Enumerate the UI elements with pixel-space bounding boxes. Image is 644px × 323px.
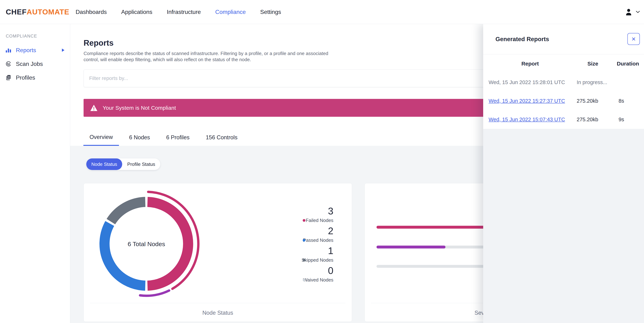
table-row: Wed, 15 Jun 2022 15:07:43 UTC 275.20kb 9… bbox=[483, 110, 644, 129]
skipped-label: Skipped Nodes bbox=[302, 257, 333, 263]
table-header-row: Report Size Duration bbox=[483, 54, 644, 73]
panel-title: Generated Reports bbox=[496, 24, 549, 54]
failed-dot-icon bbox=[303, 219, 306, 222]
donut-outer-arc-major bbox=[140, 290, 169, 296]
nav-item-infrastructure[interactable]: Infrastructure bbox=[167, 9, 201, 15]
report-tabs: Overview 6 Nodes 6 Profiles 156 Controls bbox=[84, 129, 244, 146]
report-download-link[interactable]: Wed, 15 Jun 2022 15:07:43 UTC bbox=[488, 116, 572, 122]
scan-target-icon bbox=[6, 61, 12, 67]
tab-controls[interactable]: 156 Controls bbox=[200, 129, 244, 146]
user-menu[interactable] bbox=[624, 0, 640, 24]
skipped-dot-icon bbox=[303, 259, 306, 262]
sidebar-item-label: Profiles bbox=[16, 74, 35, 81]
card-divider bbox=[90, 303, 346, 303]
sidebar-item-label: Reports bbox=[16, 47, 36, 54]
report-size: 275.20kb bbox=[572, 116, 614, 122]
failed-label: Failed Nodes bbox=[306, 218, 333, 223]
logo-automate: AUTOMATE bbox=[27, 8, 70, 16]
severity-bar-major-fill bbox=[376, 246, 446, 248]
report-duration: 9s bbox=[614, 116, 642, 122]
page-title: Reports bbox=[84, 38, 114, 48]
close-icon[interactable]: ✕ bbox=[628, 33, 640, 45]
nav-item-compliance[interactable]: Compliance bbox=[215, 9, 246, 15]
sidebar-section-label: COMPLIANCE bbox=[6, 34, 70, 38]
generated-reports-panel: Generated Reports ✕ Report Size Duration… bbox=[483, 24, 644, 323]
node-status-card: 6 Total Nodes 3 Failed Nodes 2 Passed No… bbox=[84, 183, 352, 322]
nav-item-applications[interactable]: Applications bbox=[121, 9, 152, 15]
column-size: Size bbox=[572, 61, 614, 67]
nav-item-settings[interactable]: Settings bbox=[260, 9, 281, 15]
nav-item-dashboards[interactable]: Dashboards bbox=[76, 9, 107, 15]
report-size: 275.20kb bbox=[572, 98, 614, 104]
status-toggle: Node Status Profile Status bbox=[86, 158, 160, 170]
generated-reports-table: Report Size Duration Wed, 15 Jun 2022 15… bbox=[483, 54, 644, 129]
donut-passed-segment bbox=[104, 224, 145, 286]
toggle-node-status[interactable]: Node Status bbox=[86, 158, 122, 170]
panel-header: Generated Reports ✕ bbox=[483, 24, 644, 54]
page-description: Compliance reports describe the status o… bbox=[84, 50, 342, 62]
person-icon bbox=[624, 8, 633, 16]
chevron-down-icon bbox=[636, 10, 640, 13]
passed-count: 2 bbox=[272, 226, 333, 236]
sidebar-item-profiles[interactable]: Profiles bbox=[0, 71, 70, 84]
report-duration: 8s bbox=[614, 98, 642, 104]
failed-count: 3 bbox=[272, 206, 333, 216]
profiles-stack-icon bbox=[6, 74, 12, 81]
donut-skipped-segment bbox=[111, 202, 145, 222]
legend-passed-nodes[interactable]: 2 Passed Nodes bbox=[272, 226, 333, 243]
sidebar-item-reports[interactable]: Reports bbox=[0, 43, 70, 57]
sidebar-item-scan-jobs[interactable]: Scan Jobs bbox=[0, 57, 70, 71]
report-download-link[interactable]: Wed, 15 Jun 2022 15:27:37 UTC bbox=[488, 98, 572, 104]
waived-dot-icon bbox=[303, 278, 306, 281]
toggle-profile-status[interactable]: Profile Status bbox=[122, 158, 160, 170]
bar-chart-icon bbox=[6, 47, 12, 53]
donut-center-label: 6 Total Nodes bbox=[119, 240, 174, 248]
report-size: In progress... bbox=[572, 80, 614, 85]
compliance-sidebar: COMPLIANCE Reports Scan Jobs Profiles bbox=[0, 24, 70, 323]
passed-dot-icon bbox=[303, 239, 306, 242]
tab-overview[interactable]: Overview bbox=[84, 129, 119, 146]
logo-chef: CHEF bbox=[6, 8, 27, 16]
chef-automate-app: CHEFAUTOMATE Dashboards Applications Inf… bbox=[0, 0, 644, 323]
tab-profiles[interactable]: 6 Profiles bbox=[160, 129, 196, 146]
skipped-count: 1 bbox=[272, 246, 333, 256]
alert-message: Your System is Not Compliant bbox=[103, 105, 176, 111]
primary-nav: Dashboards Applications Infrastructure C… bbox=[76, 0, 281, 24]
report-timestamp: Wed, 15 Jun 2022 15:28:01 UTC bbox=[488, 80, 572, 85]
passed-label: Passed Nodes bbox=[303, 238, 333, 243]
chef-automate-logo[interactable]: CHEFAUTOMATE bbox=[6, 0, 69, 24]
waived-label: Waived Nodes bbox=[303, 277, 333, 282]
table-row: Wed, 15 Jun 2022 15:28:01 UTC In progres… bbox=[483, 73, 644, 92]
tab-nodes[interactable]: 6 Nodes bbox=[123, 129, 156, 146]
column-duration: Duration bbox=[614, 61, 642, 67]
legend-skipped-nodes[interactable]: 1 Skipped Nodes bbox=[272, 246, 333, 263]
legend-waived-nodes[interactable]: 0 Waived Nodes bbox=[272, 266, 333, 282]
column-report: Report bbox=[488, 61, 572, 67]
warning-triangle-icon bbox=[90, 104, 98, 111]
arrow-right-icon bbox=[61, 48, 65, 52]
top-nav: CHEFAUTOMATE Dashboards Applications Inf… bbox=[0, 0, 644, 24]
table-row: Wed, 15 Jun 2022 15:27:37 UTC 275.20kb 8… bbox=[483, 92, 644, 110]
sidebar-item-label: Scan Jobs bbox=[16, 61, 43, 67]
waived-count: 0 bbox=[272, 266, 333, 275]
node-status-caption: Node Status bbox=[84, 310, 352, 316]
legend-failed-nodes[interactable]: 3 Failed Nodes bbox=[272, 206, 333, 223]
